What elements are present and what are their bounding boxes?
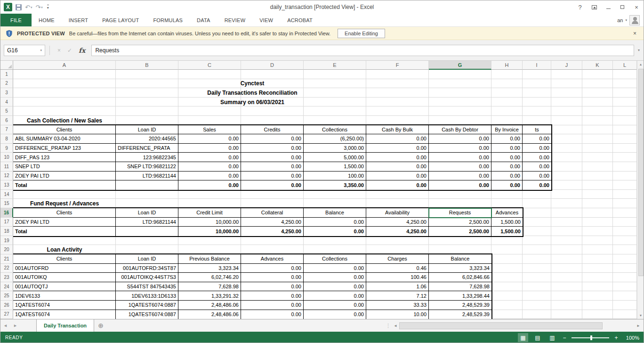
row-header-19[interactable]: 19 (0, 236, 13, 245)
column-header-F[interactable]: F (366, 61, 429, 70)
row-header-17[interactable]: 17 (0, 218, 13, 227)
restore-button[interactable] (615, 0, 629, 14)
redo-button[interactable]: ↷▾ (35, 4, 42, 10)
formula-input[interactable]: Requests (91, 45, 634, 56)
column-header-D[interactable]: D (241, 61, 304, 70)
row-header-3[interactable]: 3 (0, 88, 13, 98)
zoom-out-button[interactable]: − (562, 335, 567, 341)
ribbon-tab-file[interactable]: FILE (0, 14, 32, 26)
row-header-4[interactable]: 4 (0, 98, 13, 107)
ribbon-tab-acrobat[interactable]: ACROBAT (280, 14, 320, 26)
row-header-5[interactable]: 5 (0, 106, 13, 116)
name-box-dropdown-icon[interactable]: ▾ (40, 49, 42, 52)
page-layout-view-icon[interactable]: ▤ (532, 333, 543, 342)
zoom-slider[interactable] (572, 337, 609, 338)
page-break-view-icon[interactable]: ▥ (547, 333, 557, 342)
vertical-scroll-thumb[interactable] (638, 69, 644, 276)
column-header-A[interactable]: A (13, 61, 116, 70)
excel-app-icon[interactable]: X (4, 3, 12, 11)
cell-A2[interactable]: Cynctest (13, 79, 491, 89)
row-header-14[interactable]: 14 (0, 190, 13, 199)
message-bar-close-icon[interactable]: × (633, 30, 638, 37)
name-box[interactable]: G16 ▾ (4, 45, 45, 56)
row-header-27[interactable]: 27 (0, 310, 13, 319)
user-dropdown-icon[interactable]: ▾ (625, 18, 627, 22)
row-header-8[interactable]: 8 (0, 134, 13, 144)
select-all-corner[interactable] (0, 61, 13, 70)
enable-editing-button[interactable]: Enable Editing (338, 29, 385, 38)
row-header-11[interactable]: 11 (0, 162, 13, 172)
help-button[interactable]: ? (573, 0, 587, 14)
column-header-L[interactable]: L (613, 61, 637, 70)
row-header-18[interactable]: 18 (0, 227, 13, 236)
row-header-10[interactable]: 10 (0, 153, 13, 162)
ribbon-display-options-button[interactable] (587, 0, 601, 14)
insert-function-icon[interactable]: fx (79, 47, 85, 54)
column-header-I[interactable]: I (523, 61, 551, 70)
ribbon-tab-formulas[interactable]: FORMULAS (146, 14, 190, 26)
row-header-25[interactable]: 25 (0, 291, 13, 301)
zoom-slider-thumb[interactable] (590, 335, 592, 340)
user-avatar[interactable] (629, 15, 640, 25)
close-button[interactable]: × (629, 0, 644, 14)
row-header-20[interactable]: 20 (0, 245, 13, 254)
column-header-H[interactable]: H (491, 61, 523, 70)
row-header-2[interactable]: 2 (0, 79, 13, 89)
row-header-16[interactable]: 16 (0, 208, 13, 218)
row-header-15[interactable]: 15 (0, 199, 13, 208)
row-header-13[interactable]: 13 (0, 180, 13, 190)
column-header-J[interactable]: J (551, 61, 582, 70)
ribbon-tab-page-layout[interactable]: PAGE LAYOUT (95, 14, 146, 26)
horizontal-scroll-thumb[interactable] (399, 322, 603, 329)
row-header-24[interactable]: 24 (0, 282, 13, 292)
save-icon[interactable] (16, 4, 22, 10)
enter-icon[interactable]: ✓ (67, 47, 72, 54)
cell-A4[interactable]: Summary on 06/03/2021 (13, 98, 491, 107)
ribbon-tab-view[interactable]: VIEW (252, 14, 280, 26)
customize-qat-icon[interactable]: ▾ (47, 5, 49, 10)
scroll-up-icon[interactable]: ▲ (639, 61, 643, 68)
column-header-G[interactable]: G (429, 61, 491, 70)
row-header-21[interactable]: 21 (0, 254, 13, 264)
tab-scrollbar-splitter[interactable]: ⋮ (386, 319, 391, 332)
cell-A3[interactable]: Daily Transactions Reconciliation (13, 88, 491, 98)
row-header-1[interactable]: 1 (0, 70, 13, 79)
ribbon-tab-home[interactable]: HOME (32, 14, 62, 26)
row-header-22[interactable]: 22 (0, 264, 13, 273)
zoom-level[interactable]: 100% (623, 335, 639, 341)
add-sheet-button[interactable]: ⊕ (94, 319, 107, 332)
undo-dropdown-icon[interactable]: ▾ (31, 4, 32, 10)
selected-cell-outline (428, 208, 492, 218)
sheet-nav-left-icon[interactable]: ◄ (0, 319, 10, 332)
sheet-nav-right-icon[interactable]: ► (10, 319, 20, 332)
row-header-9[interactable]: 9 (0, 144, 13, 153)
ribbon-tab-review[interactable]: REVIEW (217, 14, 253, 26)
row-header-12[interactable]: 12 (0, 172, 13, 181)
user-name[interactable]: an (617, 17, 623, 23)
minimize-button[interactable] (601, 0, 615, 14)
column-header-C[interactable]: C (178, 61, 241, 70)
horizontal-scrollbar[interactable]: ◄ ► (392, 321, 642, 331)
spreadsheet-grid[interactable]: ABCDEFGHIJKL1234567891011121314151617181… (0, 61, 637, 319)
row-header-23[interactable]: 23 (0, 273, 13, 282)
title-bar: X ↶▾ ↷▾ ▾ daily_transaction [Protected V… (0, 0, 644, 14)
redo-dropdown-icon[interactable]: ▾ (41, 4, 43, 10)
scroll-down-icon[interactable]: ▼ (639, 312, 643, 319)
row-header-6[interactable]: 6 (0, 116, 13, 125)
normal-view-icon[interactable]: ▦ (518, 333, 528, 342)
scroll-left-icon[interactable]: ◄ (392, 324, 399, 328)
zoom-in-button[interactable]: + (613, 335, 619, 341)
formula-bar-expand-icon[interactable]: ▾ (638, 48, 640, 52)
row-header-7[interactable]: 7 (0, 125, 13, 135)
row-header-26[interactable]: 26 (0, 301, 13, 310)
ribbon-tab-insert[interactable]: INSERT (62, 14, 95, 26)
vertical-scrollbar[interactable]: ▲ ▼ (637, 61, 644, 319)
column-header-B[interactable]: B (116, 61, 178, 70)
cancel-icon[interactable]: × (57, 47, 61, 54)
column-header-K[interactable]: K (582, 61, 613, 70)
sheet-tab-daily-transaction[interactable]: Daily Transaction (36, 319, 94, 332)
ribbon-tab-data[interactable]: DATA (190, 14, 217, 26)
column-header-E[interactable]: E (304, 61, 366, 70)
scroll-right-icon[interactable]: ► (635, 324, 642, 328)
undo-button[interactable]: ↶▾ (25, 4, 32, 10)
